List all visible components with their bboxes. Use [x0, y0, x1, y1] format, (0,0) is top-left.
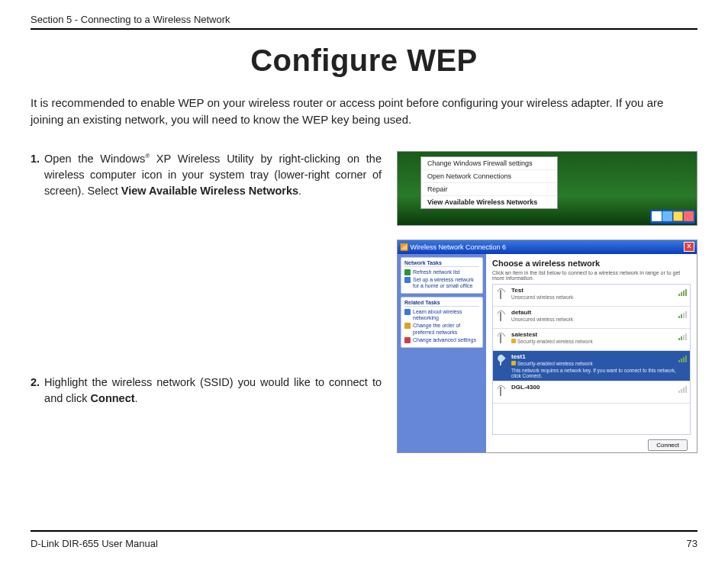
- task-setup[interactable]: Set up a wireless network for a home or …: [404, 276, 479, 291]
- task-change-order[interactable]: Change the order of preferred networks: [404, 322, 479, 336]
- security-text: Security-enabled wireless network: [517, 339, 593, 344]
- network-item-test[interactable]: TestUnsecured wireless network: [493, 285, 690, 307]
- ssid-label: Test: [511, 287, 687, 294]
- dialog-title: 📶 Wireless Network Connection 6: [400, 243, 506, 251]
- step-2: 2. Highlight the wireless network (SSID)…: [31, 375, 382, 407]
- security-label: Unsecured wireless network: [511, 317, 687, 322]
- task-setup-label: Set up a wireless network for a home or …: [413, 277, 479, 290]
- ssid-label: DGL-4300: [511, 384, 687, 391]
- network-item-salestest[interactable]: salestestSecurity-enabled wireless netwo…: [493, 329, 690, 351]
- related-tasks-header: Related Tasks: [404, 300, 479, 307]
- signal-bars-icon: [678, 355, 687, 362]
- ssid-label: default: [511, 309, 687, 316]
- step-2-number: 2.: [31, 375, 40, 407]
- menu-item-open-connections[interactable]: Open Network Connections: [421, 170, 557, 183]
- page-title: Configure WEP: [31, 43, 697, 78]
- task-change-advanced-label: Change advanced settings: [413, 337, 476, 343]
- task-refresh[interactable]: Refresh network list: [404, 269, 479, 276]
- info-icon: [404, 309, 411, 315]
- footer-manual-name: D-Link DIR-655 User Manual: [31, 538, 158, 549]
- security-label: Unsecured wireless network: [511, 294, 687, 300]
- dialog-title-text: Wireless Network Connection 6: [411, 243, 507, 251]
- network-tasks-header: Network Tasks: [404, 260, 479, 267]
- tray-icon[interactable]: [684, 211, 694, 221]
- security-label: Security-enabled wireless network: [511, 361, 687, 366]
- network-tasks-box: Network Tasks Refresh network list Set u…: [401, 257, 483, 294]
- dialog-main: Choose a wireless network Click an item …: [486, 254, 697, 452]
- dialog-sidebar: Network Tasks Refresh network list Set u…: [398, 254, 486, 452]
- tray-context-menu: Change Windows Firewall settings Open Ne…: [420, 156, 558, 209]
- star-icon: [404, 323, 411, 329]
- step-1-bold: View Available Wireless Networks: [121, 185, 298, 197]
- task-change-order-label: Change the order of preferred networks: [413, 323, 479, 336]
- network-list: TestUnsecured wireless network defaultUn…: [492, 284, 691, 435]
- tray-icon[interactable]: [652, 211, 662, 221]
- signal-bars-icon: [678, 289, 687, 296]
- gear-icon: [404, 337, 411, 343]
- antenna-icon: [496, 309, 508, 326]
- menu-item-firewall[interactable]: Change Windows Firewall settings: [421, 157, 557, 170]
- signal-bars-icon: [678, 386, 687, 393]
- network-key-hint: This network requires a network key. If …: [511, 368, 687, 378]
- tray-icon[interactable]: [673, 211, 683, 221]
- setup-icon: [404, 277, 411, 283]
- step-1-number: 1.: [31, 151, 40, 199]
- connect-button[interactable]: Connect: [648, 439, 688, 451]
- page-footer: D-Link DIR-655 User Manual 73: [31, 530, 697, 549]
- connect-row: Connect: [492, 435, 691, 451]
- step-2-text: Highlight the wireless network (SSID) yo…: [44, 375, 382, 407]
- network-item-dgl4300[interactable]: DGL-4300: [493, 381, 690, 404]
- step-2-text-b: .: [135, 392, 138, 404]
- system-tray: [650, 210, 695, 224]
- task-refresh-label: Refresh network list: [413, 269, 459, 275]
- network-item-default[interactable]: defaultUnsecured wireless network: [493, 307, 690, 329]
- ssid-label: salestest: [511, 331, 687, 338]
- screenshot-wireless-dialog: 📶 Wireless Network Connection 6 X Networ…: [397, 240, 697, 453]
- lock-icon: [511, 339, 516, 343]
- screenshot-context-menu: Change Windows Firewall settings Open Ne…: [397, 151, 697, 226]
- footer-page-number: 73: [687, 538, 697, 549]
- section-header: Section 5 - Connecting to a Wireless Net…: [31, 14, 697, 30]
- tray-icon[interactable]: [662, 211, 672, 221]
- related-tasks-box: Related Tasks Learn about wireless netwo…: [401, 297, 483, 348]
- step-1-text-c: .: [298, 185, 301, 197]
- step-1: 1. Open the Windows® XP Wireless Utility…: [31, 151, 382, 199]
- ssid-label: test1: [511, 353, 687, 360]
- step-1-text-a: Open the Windows: [44, 153, 145, 165]
- choose-network-heading: Choose a wireless network: [492, 259, 691, 268]
- menu-item-repair[interactable]: Repair: [421, 183, 557, 196]
- task-learn[interactable]: Learn about wireless networking: [404, 308, 479, 323]
- task-learn-label: Learn about wireless networking: [413, 309, 479, 322]
- refresh-icon: [404, 269, 411, 275]
- network-item-test1-selected[interactable]: test1Security-enabled wireless networkTh…: [493, 351, 690, 381]
- antenna-icon: [496, 331, 508, 348]
- choose-network-subtext: Click an item in the list below to conne…: [492, 270, 691, 281]
- close-button[interactable]: X: [684, 242, 694, 252]
- intro-text: It is recommended to enable WEP on your …: [31, 95, 697, 128]
- dialog-titlebar: 📶 Wireless Network Connection 6 X: [398, 240, 697, 254]
- signal-bars-icon: [678, 333, 687, 340]
- lock-icon: [511, 361, 516, 365]
- antenna-icon: [496, 287, 508, 304]
- security-label: Security-enabled wireless network: [511, 339, 687, 344]
- menu-item-view-networks[interactable]: View Available Wireless Networks: [421, 196, 557, 208]
- signal-bars-icon: [678, 311, 687, 318]
- antenna-icon: [496, 384, 508, 401]
- task-change-advanced[interactable]: Change advanced settings: [404, 336, 479, 344]
- step-2-bold: Connect: [91, 392, 135, 404]
- security-text: Security-enabled wireless network: [517, 361, 593, 366]
- step-1-text: Open the Windows® XP Wireless Utility by…: [44, 151, 382, 199]
- antenna-icon: [496, 353, 508, 370]
